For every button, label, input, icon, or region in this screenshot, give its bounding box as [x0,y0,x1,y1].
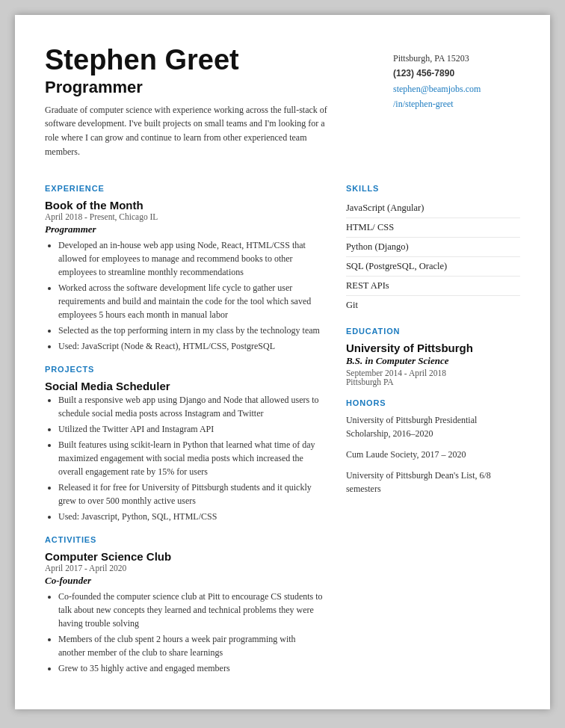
project-bullets: Built a responsive web app using Django … [45,393,324,523]
resume-body: EXPERIENCE Book of the Month April 2018 … [45,172,520,679]
experience-bullets: Developed an in-house web app using Node… [45,238,324,353]
project-name: Social Media Scheduler [45,380,324,392]
bullet-item: Built a responsive web app using Django … [58,393,324,420]
experience-item-0: Book of the Month April 2018 - Present, … [45,199,324,353]
skill-item: REST APIs [346,277,520,296]
activities-section-title: ACTIVITIES [45,535,324,544]
bullet-item: Developed an in-house web app using Node… [58,238,324,279]
projects-section: Social Media Scheduler Built a responsiv… [45,380,324,523]
edu-dates: September 2014 - April 2018 [346,368,520,377]
bullet-item: Co-founded the computer science club at … [58,590,324,630]
location: Pittsburgh, PA 15203 [393,51,520,66]
linkedin-link[interactable]: /in/stephen-greet [393,96,520,111]
left-column: EXPERIENCE Book of the Month April 2018 … [45,172,324,679]
bullet-item: Members of the club spent 2 hours a week… [58,632,324,659]
bullet-item: Built features using scikit-learn in Pyt… [58,438,324,478]
honor-item-1: Cum Laude Society, 2017 – 2020 [346,448,520,461]
resume-container: Stephen Greet Programmer Graduate of com… [15,15,550,709]
skill-item: HTML/ CSS [346,218,520,238]
activity-name: Computer Science Club [45,550,324,563]
edu-degree: B.S. in Computer Science [346,355,520,367]
bullet-item: Used: JavaScript (Node & React), HTML/CS… [58,339,324,353]
experience-section-title: EXPERIENCE [45,184,324,193]
education-section: University of Pittsburgh B.S. in Compute… [346,342,520,386]
skill-item: Git [346,296,520,315]
education-item-0: University of Pittsburgh B.S. in Compute… [346,342,520,386]
honors-section-title: HONORS [346,398,520,407]
bullet-item: Utilized the Twitter API and Instagram A… [58,422,324,436]
activity-role: Co-founder [45,575,324,587]
skill-item: Python (Django) [346,238,520,257]
candidate-title: Programmer [45,78,336,97]
honor-item-0: University of Pittsburgh Presidential Sc… [346,413,520,440]
bullet-item: Grew to 35 highly active and engaged mem… [58,661,324,675]
projects-section-title: PROJECTS [45,365,324,374]
job-meta: April 2018 - Present, Chicago IL [45,212,324,221]
activities-section: Computer Science Club April 2017 - April… [45,550,324,675]
phone: (123) 456-7890 [393,66,520,81]
school-name: University of Pittsburgh [346,342,520,354]
honor-item-2: University of Pittsburgh Dean's List, 6/… [346,469,520,496]
skill-item: JavaScript (Angular) [346,199,520,218]
skills-section-title: SKILLS [346,184,520,193]
activity-item-0: Computer Science Club April 2017 - April… [45,550,324,675]
activity-meta: April 2017 - April 2020 [45,564,324,573]
bullet-item: Used: Javascript, Python, SQL, HTML/CSS [58,510,324,523]
bullet-item: Selected as the top performing intern in… [58,324,324,337]
candidate-name: Stephen Greet [45,45,336,76]
experience-section: Book of the Month April 2018 - Present, … [45,199,324,353]
job-role: Programmer [45,223,324,235]
skills-section: JavaScript (Angular) HTML/ CSS Python (D… [346,199,520,315]
header: Stephen Greet Programmer Graduate of com… [45,45,520,158]
honors-section: University of Pittsburgh Presidential Sc… [346,413,520,496]
candidate-summary: Graduate of computer science with experi… [45,103,336,158]
email-link[interactable]: stephen@beamjobs.com [393,81,520,96]
bullet-item: Worked across the software development l… [58,281,324,321]
project-item-0: Social Media Scheduler Built a responsiv… [45,380,324,523]
education-section-title: EDUCATION [346,327,520,336]
right-column: SKILLS JavaScript (Angular) HTML/ CSS Py… [346,172,520,679]
job-company: Book of the Month [45,199,324,212]
bullet-item: Released it for free for University of P… [58,481,324,508]
contact-info: Pittsburgh, PA 15203 (123) 456-7890 step… [393,45,520,112]
activity-bullets: Co-founded the computer science club at … [45,590,324,675]
edu-location: Pittsburgh PA [346,377,520,386]
skill-item: SQL (PostgreSQL, Oracle) [346,257,520,277]
header-left: Stephen Greet Programmer Graduate of com… [45,45,336,158]
